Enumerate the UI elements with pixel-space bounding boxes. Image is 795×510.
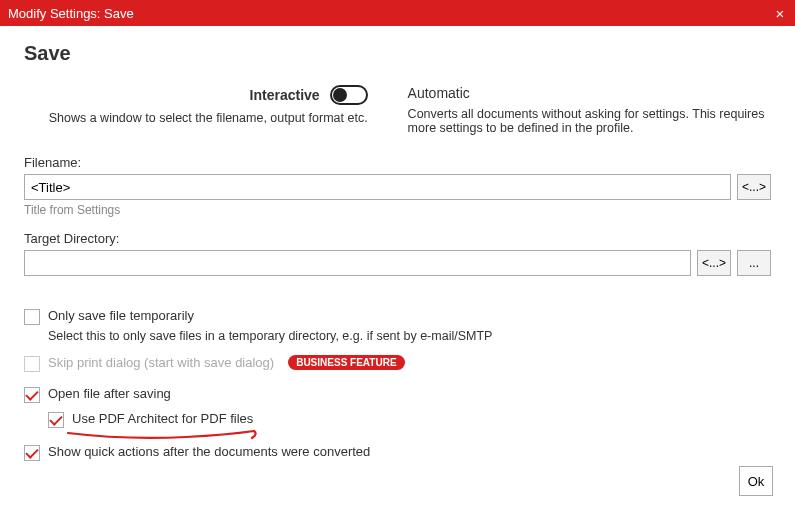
- filename-input[interactable]: [24, 174, 731, 200]
- mode-automatic-desc: Converts all documents without asking fo…: [408, 107, 771, 135]
- targetdir-label: Target Directory:: [24, 231, 771, 246]
- show-quick-label: Show quick actions after the documents w…: [48, 444, 370, 459]
- ok-button[interactable]: Ok: [739, 466, 773, 496]
- mode-toggle[interactable]: [330, 85, 368, 105]
- skip-print-label: Skip print dialog (start with save dialo…: [48, 355, 274, 370]
- filename-hint: Title from Settings: [24, 203, 771, 217]
- targetdir-input[interactable]: [24, 250, 691, 276]
- show-quick-checkbox[interactable]: [24, 445, 40, 461]
- mode-interactive-label: Interactive: [250, 87, 320, 103]
- mode-selector: Interactive Shows a window to select the…: [24, 85, 771, 135]
- use-architect-checkbox[interactable]: [48, 412, 64, 428]
- hand-underline-annotation: [66, 429, 266, 443]
- only-temp-checkbox[interactable]: [24, 309, 40, 325]
- filename-label: Filename:: [24, 155, 771, 170]
- targetdir-token-button[interactable]: <...>: [697, 250, 731, 276]
- targetdir-group: Target Directory: <...> ...: [24, 231, 771, 276]
- use-architect-label: Use PDF Architect for PDF files: [72, 411, 253, 426]
- open-after-label: Open file after saving: [48, 386, 171, 401]
- only-temp-desc: Select this to only save files in a temp…: [48, 329, 771, 343]
- targetdir-browse-button[interactable]: ...: [737, 250, 771, 276]
- business-feature-badge: BUSINESS FEATURE: [288, 355, 404, 370]
- open-after-checkbox[interactable]: [24, 387, 40, 403]
- skip-print-checkbox: [24, 356, 40, 372]
- mode-interactive-desc: Shows a window to select the filename, o…: [24, 111, 368, 125]
- mode-automatic-label: Automatic: [408, 85, 470, 101]
- only-temp-label: Only save file temporarily: [48, 308, 194, 323]
- close-icon[interactable]: ×: [771, 4, 789, 22]
- titlebar: Modify Settings: Save ×: [0, 0, 795, 26]
- toggle-knob: [333, 88, 347, 102]
- titlebar-title: Modify Settings: Save: [8, 6, 134, 21]
- page-title: Save: [24, 42, 771, 65]
- filename-token-button[interactable]: <...>: [737, 174, 771, 200]
- filename-group: Filename: <...> Title from Settings: [24, 155, 771, 217]
